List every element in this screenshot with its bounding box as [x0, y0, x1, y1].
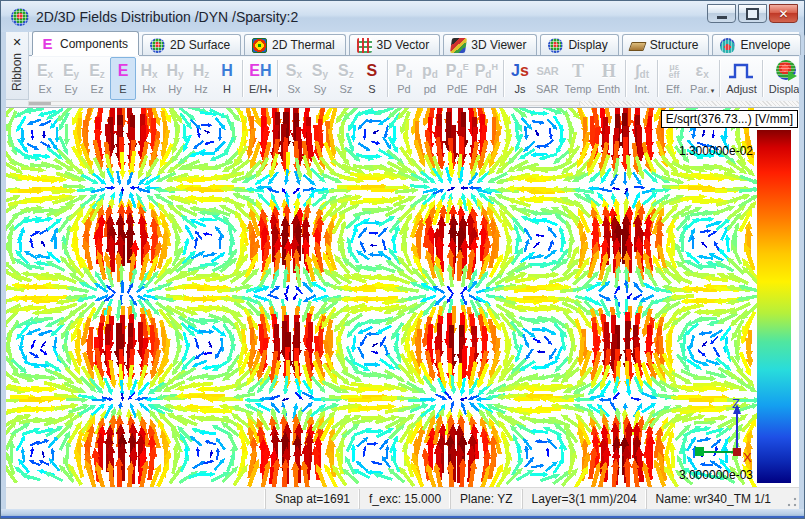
pd-glyph-icon: Pd: [395, 59, 412, 83]
field-arrow: [180, 454, 190, 472]
par-button[interactable]: εxPar.▾: [687, 57, 717, 100]
sar-button[interactable]: SARSAR: [533, 57, 562, 100]
pdh-button[interactable]: PdHPdH: [472, 57, 501, 100]
field-arrow: [549, 128, 553, 140]
hx-glyph-icon: Hx: [140, 59, 157, 83]
s-button[interactable]: SS: [359, 57, 385, 100]
field-arrow: [224, 137, 235, 156]
int-label: Int.: [634, 83, 649, 95]
field-arrow: [215, 226, 225, 239]
sy-label: Sy: [313, 83, 326, 95]
display-button[interactable]: Display: [766, 57, 799, 100]
hx-label: Hx: [142, 83, 155, 95]
ex-glyph-icon: Ex: [37, 59, 53, 83]
eff-button[interactable]: μεeffEff.: [661, 57, 687, 100]
enth-button[interactable]: HEnth: [594, 57, 623, 100]
tab-2d-thermal[interactable]: 2D Thermal: [244, 34, 345, 55]
field-arrow: [544, 139, 554, 148]
enth-label: Enth: [597, 83, 620, 95]
envelope-tab-icon: [720, 38, 735, 53]
pde-button[interactable]: PdEPdE: [443, 57, 472, 100]
ez-button[interactable]: EzEz: [84, 57, 110, 100]
field-arrow: [702, 130, 706, 138]
js-button[interactable]: JsJs: [507, 57, 533, 100]
tab-components[interactable]: EComponents: [32, 31, 139, 55]
field-arrow: [66, 286, 89, 294]
temp-button[interactable]: TTemp: [562, 57, 595, 100]
field-arrow: [191, 360, 207, 368]
tab-3d-viewer[interactable]: 3D Viewer: [443, 34, 537, 55]
toolbar-scrollbar[interactable]: [28, 101, 580, 106]
field-arrow: [698, 331, 712, 336]
restore-button[interactable]: [738, 4, 767, 23]
field-arrow: [725, 234, 731, 252]
field-arrow: [194, 237, 198, 249]
sy-button[interactable]: SySy: [307, 57, 333, 100]
toolbar-scrollbar-thumb[interactable]: [29, 102, 51, 105]
ex-button[interactable]: ExEx: [32, 57, 58, 100]
field-arrow: [536, 350, 544, 354]
h-button[interactable]: HH: [214, 57, 240, 100]
field-arrow: [555, 346, 563, 363]
adjust-button[interactable]: Adjust: [723, 57, 760, 100]
field-arrow: [724, 344, 732, 362]
toolbar-group: μεeffEff.εxPar.▾: [661, 57, 717, 100]
tab-envelope[interactable]: Envelope: [712, 34, 801, 55]
ey-button[interactable]: EyEy: [58, 57, 84, 100]
field-arrow: [27, 118, 41, 125]
field-arrow: [522, 334, 529, 348]
field-arrow: [39, 120, 52, 127]
e-label: E: [119, 83, 126, 95]
sx-button[interactable]: SxSx: [281, 57, 307, 100]
close-button[interactable]: [769, 4, 798, 23]
field-arrow: [201, 123, 213, 127]
toolbar-separator: [625, 60, 627, 97]
window-controls: [707, 4, 798, 23]
field-arrow: [40, 141, 52, 149]
field-arrow: [182, 345, 190, 363]
field-arrow: [631, 397, 641, 401]
field-arrow: [29, 460, 41, 466]
field-arrow: [29, 351, 39, 358]
field-canvas[interactable]: E/sqrt(376.73...) [V/mm] 1.300000e-02 3.…: [6, 107, 799, 487]
field-arrow: [548, 240, 554, 252]
toolbar-separator: [242, 60, 244, 97]
field-arrow: [531, 464, 545, 469]
field-arrow: [634, 185, 646, 189]
sz-button[interactable]: SzSz: [333, 57, 359, 100]
field-arrow: [611, 187, 620, 191]
toolbar-separator: [762, 60, 764, 97]
hz-button[interactable]: HzHz: [188, 57, 214, 100]
field-arrow: [31, 130, 35, 140]
ribbon-close-icon[interactable]: ✕: [9, 34, 26, 51]
field-arrow: [701, 242, 708, 248]
x-axis-origin-marker: [733, 448, 741, 456]
int-button[interactable]: ∫dtInt.: [629, 57, 655, 100]
hy-button[interactable]: HyHy: [162, 57, 188, 100]
resize-grip[interactable]: [782, 489, 799, 509]
hx-button[interactable]: HxHx: [136, 57, 162, 100]
tab-bar: EComponents2D Surface2D Thermal3D Vector…: [6, 32, 799, 56]
eh-button[interactable]: EHE/H▾: [246, 57, 275, 100]
structure-tab-icon: [628, 42, 646, 51]
tab-2d-surface[interactable]: 2D Surface: [142, 34, 241, 55]
tab-label: Structure: [650, 38, 699, 52]
e-button[interactable]: EE: [110, 57, 136, 100]
js-label: Js: [514, 83, 525, 95]
toolbar-group: JsJsSARSARTTempHEnth: [507, 57, 623, 100]
field-arrow: [267, 294, 279, 300]
pd-small-button[interactable]: pdpd: [417, 57, 443, 100]
tab-display[interactable]: Display: [540, 34, 618, 55]
field-arrow: [204, 130, 211, 134]
minimize-button[interactable]: [707, 4, 736, 23]
field-arrow: [357, 437, 369, 448]
tab-3d-vector[interactable]: 3D Vector: [349, 34, 441, 55]
field-arrow: [209, 450, 213, 458]
tab-structure[interactable]: Structure: [622, 34, 710, 55]
pd-button[interactable]: PdPd: [391, 57, 417, 100]
field-arrow: [460, 186, 468, 190]
toolbar-group: SxSxSySySzSzSS: [281, 57, 385, 100]
field-arrow: [351, 444, 357, 462]
pde-glyph-icon: PdE: [446, 59, 469, 83]
vector-field-plot[interactable]: [6, 108, 799, 487]
